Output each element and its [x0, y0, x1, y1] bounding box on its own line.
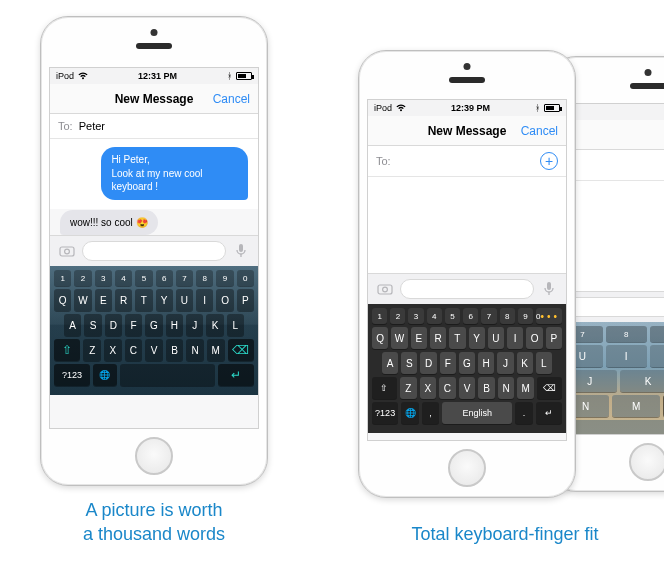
- key-u[interactable]: U: [488, 327, 504, 349]
- key-g[interactable]: G: [145, 314, 162, 336]
- camera-icon[interactable]: [58, 242, 76, 260]
- key-comma[interactable]: ,: [422, 402, 440, 424]
- key-b[interactable]: B: [478, 377, 495, 399]
- key-shift[interactable]: ⇧: [372, 377, 397, 399]
- key-2[interactable]: 2: [74, 270, 91, 286]
- key-o[interactable]: O: [526, 327, 542, 349]
- key-f[interactable]: F: [125, 314, 142, 336]
- key-i[interactable]: I: [507, 327, 523, 349]
- key-9[interactable]: 9: [216, 270, 233, 286]
- key-globe[interactable]: 🌐: [401, 402, 419, 424]
- key-3[interactable]: 3: [408, 308, 423, 324]
- cancel-button[interactable]: Cancel: [213, 92, 250, 106]
- key-s[interactable]: S: [84, 314, 101, 336]
- key-s[interactable]: S: [401, 352, 417, 374]
- key-v[interactable]: V: [459, 377, 476, 399]
- key-space[interactable]: [120, 364, 216, 386]
- key-0[interactable]: 0: [237, 270, 254, 286]
- key-shift[interactable]: ⇧: [54, 339, 80, 361]
- key-q[interactable]: Q: [372, 327, 388, 349]
- key-c[interactable]: C: [125, 339, 143, 361]
- key-space[interactable]: [562, 420, 664, 435]
- key-c[interactable]: C: [439, 377, 456, 399]
- key-w[interactable]: W: [391, 327, 407, 349]
- cancel-button[interactable]: Cancel: [521, 124, 558, 138]
- key-a[interactable]: A: [382, 352, 398, 374]
- message-input[interactable]: [400, 279, 534, 299]
- key-t[interactable]: T: [449, 327, 465, 349]
- key-h[interactable]: H: [166, 314, 183, 336]
- key-y[interactable]: Y: [156, 289, 173, 311]
- key-return[interactable]: ↵: [536, 402, 562, 424]
- add-recipient-button[interactable]: +: [540, 152, 558, 170]
- key-e[interactable]: E: [95, 289, 112, 311]
- key-a[interactable]: A: [64, 314, 81, 336]
- key-e[interactable]: E: [411, 327, 427, 349]
- key-h[interactable]: H: [478, 352, 494, 374]
- key-x[interactable]: X: [104, 339, 122, 361]
- key-m[interactable]: M: [207, 339, 225, 361]
- key-l[interactable]: L: [536, 352, 552, 374]
- keyboard[interactable]: 1 2 3 4 5 6 7 8 9 0 ••• Q W: [368, 304, 566, 433]
- keyboard[interactable]: 1 2 3 4 5 6 7 8 9 0 Q W E R T Y: [50, 266, 258, 395]
- key-w[interactable]: W: [74, 289, 91, 311]
- key-symbols[interactable]: ?123: [54, 364, 90, 386]
- key-4[interactable]: 4: [427, 308, 442, 324]
- key-q[interactable]: Q: [54, 289, 71, 311]
- key-n[interactable]: N: [498, 377, 515, 399]
- key-return[interactable]: ↵: [218, 364, 254, 386]
- key-8[interactable]: 8: [500, 308, 515, 324]
- key-t[interactable]: T: [135, 289, 152, 311]
- key-2[interactable]: 2: [390, 308, 405, 324]
- key-k[interactable]: K: [206, 314, 223, 336]
- key-i[interactable]: I: [606, 345, 647, 367]
- camera-icon[interactable]: [376, 280, 394, 298]
- key-p[interactable]: P: [546, 327, 562, 349]
- key-r[interactable]: R: [430, 327, 446, 349]
- mic-icon[interactable]: [540, 280, 558, 298]
- key-n[interactable]: N: [186, 339, 204, 361]
- key-5[interactable]: 5: [135, 270, 152, 286]
- home-button[interactable]: [629, 443, 664, 481]
- message-input[interactable]: [566, 297, 664, 317]
- key-period[interactable]: .: [515, 402, 533, 424]
- key-f[interactable]: F: [440, 352, 456, 374]
- key-k[interactable]: K: [620, 370, 664, 392]
- key-space[interactable]: English: [442, 402, 512, 424]
- key-5[interactable]: 5: [445, 308, 460, 324]
- key-k[interactable]: K: [517, 352, 533, 374]
- key-m[interactable]: M: [517, 377, 534, 399]
- key-z[interactable]: Z: [83, 339, 101, 361]
- key-u[interactable]: U: [176, 289, 193, 311]
- key-l[interactable]: L: [227, 314, 244, 336]
- key-o[interactable]: O: [650, 345, 665, 367]
- key-0[interactable]: 0 •••: [536, 308, 562, 324]
- key-6[interactable]: 6: [156, 270, 173, 286]
- key-j[interactable]: J: [186, 314, 203, 336]
- to-row[interactable]: To: Peter: [50, 114, 258, 139]
- key-symbols[interactable]: ?123: [372, 402, 398, 424]
- key-7[interactable]: 7: [481, 308, 496, 324]
- mic-icon[interactable]: [232, 242, 250, 260]
- key-4[interactable]: 4: [115, 270, 132, 286]
- key-backspace[interactable]: ⌫: [537, 377, 562, 399]
- home-button[interactable]: [448, 449, 486, 487]
- key-7[interactable]: 7: [176, 270, 193, 286]
- key-d[interactable]: D: [420, 352, 436, 374]
- message-input[interactable]: [82, 241, 226, 261]
- key-3[interactable]: 3: [95, 270, 112, 286]
- key-b[interactable]: B: [166, 339, 184, 361]
- to-row[interactable]: To: +: [368, 146, 566, 177]
- key-d[interactable]: D: [105, 314, 122, 336]
- key-p[interactable]: P: [237, 289, 254, 311]
- key-i[interactable]: I: [196, 289, 213, 311]
- key-z[interactable]: Z: [400, 377, 417, 399]
- key-y[interactable]: Y: [469, 327, 485, 349]
- key-9[interactable]: 9: [650, 326, 665, 342]
- key-globe[interactable]: 🌐: [93, 364, 117, 386]
- key-m[interactable]: M: [612, 395, 659, 417]
- key-g[interactable]: G: [459, 352, 475, 374]
- key-8[interactable]: 8: [606, 326, 647, 342]
- key-v[interactable]: V: [145, 339, 163, 361]
- home-button[interactable]: [135, 437, 173, 475]
